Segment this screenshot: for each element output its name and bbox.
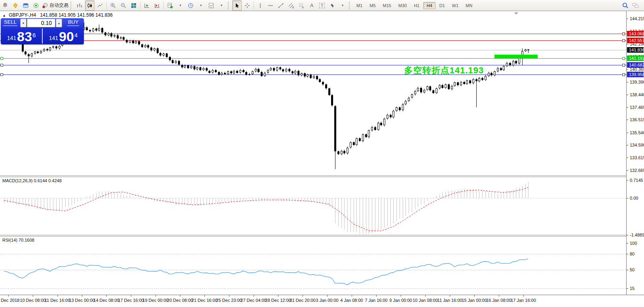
timeframe-m30[interactable]: M30 [395, 2, 410, 9]
line-marker[interactable] [622, 64, 625, 67]
zoom-out-icon[interactable] [119, 0, 128, 11]
sell-price[interactable]: 141836 [1, 28, 42, 44]
arrows-dropdown-icon[interactable]: ▼ [338, 0, 347, 11]
macd-histogram-bar [467, 189, 467, 198]
templates-icon[interactable] [206, 0, 216, 11]
channel-icon[interactable]: E [286, 0, 296, 11]
time-tick [33, 295, 33, 297]
text-label-icon[interactable]: T [317, 0, 327, 11]
candle [288, 69, 290, 72]
volume-up-button[interactable]: ▲ [56, 19, 62, 27]
macd-histogram-bar [78, 198, 78, 202]
new-order-button[interactable]: 单 [0, 0, 10, 11]
buy-button[interactable]: BUY [63, 18, 84, 28]
periods-icon[interactable] [186, 0, 195, 11]
macd-histogram-bar [93, 194, 93, 198]
timeframe-h4[interactable]: H4 [423, 2, 435, 9]
line-marker[interactable] [622, 39, 625, 42]
horizontal-line[interactable] [0, 50, 626, 50]
sell-button[interactable]: SELL [1, 18, 20, 28]
candle [22, 44, 24, 52]
macd-histogram-bar [142, 198, 142, 198]
fibonacci-icon[interactable]: F [297, 0, 306, 11]
candle [466, 80, 468, 84]
line-marker[interactable] [622, 73, 625, 76]
horizontal-line[interactable] [0, 34, 626, 34]
vertical-line-icon[interactable] [256, 0, 265, 11]
timeframe-m1[interactable]: M1 [353, 2, 366, 9]
macd-histogram-bar [47, 198, 47, 210]
horizontal-line-icon[interactable] [266, 0, 275, 11]
line-marker[interactable] [0, 64, 3, 67]
macd-histogram-bar [261, 198, 262, 200]
line-marker[interactable] [622, 32, 625, 35]
timeframe-h1[interactable]: H1 [411, 2, 422, 9]
crosshair-icon[interactable] [242, 0, 252, 11]
cursor-icon[interactable] [232, 0, 242, 11]
chart-shift-icon[interactable] [152, 0, 162, 11]
candle [527, 50, 529, 50]
candle [408, 98, 410, 101]
trendline-icon[interactable] [276, 0, 286, 11]
templates-dropdown-icon[interactable]: ▼ [217, 0, 226, 11]
macd-histogram-bar [19, 198, 20, 205]
timeframe-mn[interactable]: MN [462, 2, 475, 9]
market-watch-icon[interactable] [11, 0, 20, 11]
search-icon[interactable] [621, 0, 630, 11]
macd-histogram-bar [338, 198, 339, 227]
price-tick-dash [627, 133, 628, 133]
candle [353, 142, 355, 145]
macd-histogram-bar [265, 198, 265, 200]
candle [175, 61, 177, 63]
buy-price[interactable]: 141904 [43, 28, 84, 44]
timeframe-d1[interactable]: D1 [436, 2, 448, 9]
horizontal-line[interactable] [0, 58, 626, 59]
chart-shift-marker-icon[interactable] [514, 12, 518, 15]
chart-line-icon[interactable] [95, 0, 105, 11]
indicators-icon[interactable] [165, 0, 175, 11]
volume-input[interactable]: 0.10 [27, 19, 55, 27]
arrows-icon[interactable] [328, 0, 337, 11]
macd-histogram-bar [108, 191, 109, 198]
candle [292, 71, 294, 73]
periods-dropdown-icon[interactable]: ▼ [196, 0, 206, 11]
macd-histogram-bar [400, 198, 400, 219]
macd-histogram-bar [127, 196, 127, 198]
candle [28, 54, 30, 56]
macd-histogram-bar [513, 189, 513, 198]
horizontal-line[interactable] [0, 40, 626, 41]
candle [114, 35, 116, 36]
line-marker[interactable] [0, 57, 3, 60]
zoom-in-icon[interactable] [108, 0, 118, 11]
chart-candles-icon[interactable] [85, 0, 95, 11]
main-price-chart[interactable]: 多空转折点141.193 [0, 11, 626, 175]
candle [307, 74, 309, 76]
macd-histogram-bar [286, 198, 286, 200]
macd-histogram-bar [301, 198, 302, 201]
candle [350, 142, 352, 147]
volume-down-button[interactable]: ▼ [20, 19, 27, 27]
strategy-tester-icon[interactable] [21, 0, 30, 11]
indicators-dropdown-icon[interactable]: ▼ [176, 0, 185, 11]
timeframe-m5[interactable]: M5 [366, 2, 379, 9]
horizontal-line[interactable] [0, 74, 626, 75]
macd-histogram-bar [525, 184, 526, 198]
price-tick-dash [627, 95, 628, 95]
candle [365, 134, 367, 137]
line-marker[interactable] [622, 57, 625, 60]
horizontal-line[interactable] [0, 65, 626, 65]
tile-windows-icon[interactable] [129, 0, 138, 11]
macd-histogram-bar [317, 198, 317, 204]
rsi-level-line [0, 254, 626, 254]
macd-histogram-bar [194, 198, 195, 205]
line-marker[interactable] [0, 73, 3, 76]
collapse-panel-icon[interactable]: ▲ [2, 13, 6, 17]
autoscroll-icon[interactable] [142, 0, 152, 11]
chart-bars-icon[interactable] [75, 0, 84, 11]
chat-icon[interactable] [631, 0, 640, 11]
text-icon[interactable]: A [307, 0, 316, 11]
autotrade-button[interactable]: 自动交易 [42, 0, 69, 11]
signals-icon[interactable] [31, 0, 41, 11]
timeframe-w1[interactable]: W1 [449, 2, 462, 9]
timeframe-m15[interactable]: M15 [380, 2, 394, 9]
